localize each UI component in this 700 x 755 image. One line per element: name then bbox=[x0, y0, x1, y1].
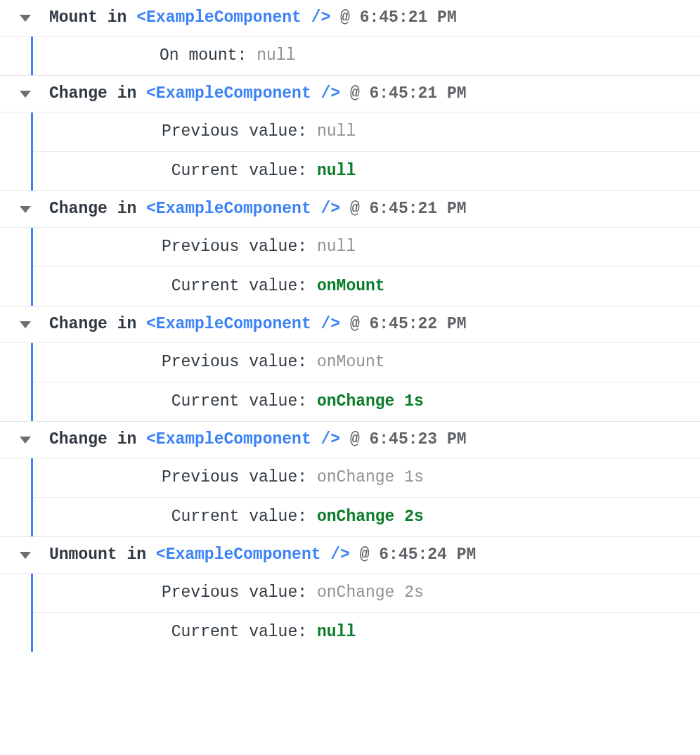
on-mount-label: On mount: bbox=[160, 46, 247, 65]
current-value: onChange 2s bbox=[307, 509, 424, 525]
log-group: Mount in <ExampleComponent /> @ 6:45:21 … bbox=[0, 0, 700, 75]
caret-down-icon bbox=[20, 206, 31, 213]
log-timestamp: @ 6:45:23 PM bbox=[340, 432, 466, 448]
previous-value-label: Previous value: bbox=[33, 124, 307, 140]
previous-value: onMount bbox=[307, 354, 385, 370]
log-event-label: Unmount bbox=[49, 547, 117, 563]
current-value-label: Current value: bbox=[33, 163, 307, 179]
log-event-label: Change bbox=[49, 86, 108, 102]
log-group: Change in <ExampleComponent /> @ 6:45:22… bbox=[0, 306, 700, 421]
console-log-list: Mount in <ExampleComponent /> @ 6:45:21 … bbox=[0, 0, 700, 652]
current-value-row: Current value:onMount bbox=[33, 267, 700, 306]
log-group-header[interactable]: Change in <ExampleComponent /> @ 6:45:23… bbox=[0, 422, 700, 458]
previous-value: onChange 1s bbox=[307, 470, 424, 486]
previous-value-row: Previous value:null bbox=[33, 228, 700, 267]
log-timestamp: @ 6:45:22 PM bbox=[340, 316, 466, 333]
log-group-body: Previous value:onMountCurrent value:onCh… bbox=[31, 343, 700, 421]
log-in-label: in bbox=[108, 201, 146, 217]
log-group-body: Previous value:nullCurrent value:onMount bbox=[31, 228, 700, 306]
log-timestamp: @ 6:45:24 PM bbox=[350, 547, 476, 563]
current-value-label: Current value: bbox=[33, 624, 307, 640]
log-component-name: <ExampleComponent /> bbox=[146, 201, 340, 217]
log-group-header[interactable]: Mount in <ExampleComponent /> @ 6:45:21 … bbox=[0, 0, 700, 37]
log-group: Change in <ExampleComponent /> @ 6:45:23… bbox=[0, 421, 700, 536]
log-group-header[interactable]: Change in <ExampleComponent /> @ 6:45:21… bbox=[0, 191, 700, 228]
current-value-row: Current value:onChange 1s bbox=[33, 382, 700, 421]
previous-value-row: Previous value:onMount bbox=[33, 343, 700, 382]
caret-down-icon bbox=[20, 552, 31, 559]
caret-down-icon bbox=[20, 91, 31, 98]
caret-down-icon bbox=[20, 321, 31, 328]
log-component-name: <ExampleComponent /> bbox=[146, 86, 340, 102]
previous-value-row: Previous value:onChange 2s bbox=[33, 574, 700, 613]
log-group-header[interactable]: Change in <ExampleComponent /> @ 6:45:21… bbox=[0, 76, 700, 112]
current-value: onMount bbox=[307, 278, 385, 295]
on-mount-value: null bbox=[247, 46, 295, 65]
previous-value-row: Previous value:null bbox=[33, 112, 700, 152]
current-value-row: Current value:null bbox=[33, 613, 700, 652]
current-value-label: Current value: bbox=[33, 278, 307, 295]
current-value-row: Current value:onChange 2s bbox=[33, 498, 700, 536]
previous-value-label: Previous value: bbox=[33, 239, 307, 255]
current-value: null bbox=[307, 163, 356, 179]
log-component-name: <ExampleComponent /> bbox=[146, 316, 340, 333]
log-group-body: On mount:null bbox=[31, 37, 700, 75]
log-timestamp: @ 6:45:21 PM bbox=[340, 86, 466, 102]
current-value: onChange 1s bbox=[307, 394, 424, 410]
log-group: Change in <ExampleComponent /> @ 6:45:21… bbox=[0, 75, 700, 191]
current-value-label: Current value: bbox=[33, 509, 307, 525]
log-mount-line: On mount:null bbox=[33, 37, 700, 75]
current-value: null bbox=[307, 624, 356, 640]
log-event-label: Mount bbox=[49, 10, 98, 26]
previous-value: onChange 2s bbox=[307, 585, 424, 601]
log-group-body: Previous value:nullCurrent value:null bbox=[31, 112, 700, 191]
current-value-label: Current value: bbox=[33, 394, 307, 410]
log-in-label: in bbox=[108, 432, 146, 448]
previous-value-label: Previous value: bbox=[33, 470, 307, 486]
log-group-header[interactable]: Unmount in <ExampleComponent /> @ 6:45:2… bbox=[0, 537, 700, 574]
caret-down-icon bbox=[20, 15, 31, 22]
current-value-row: Current value:null bbox=[33, 152, 700, 191]
previous-value-row: Previous value:onChange 1s bbox=[33, 458, 700, 498]
log-component-name: <ExampleComponent /> bbox=[156, 547, 350, 563]
log-in-label: in bbox=[108, 86, 146, 102]
log-in-label: in bbox=[98, 10, 136, 26]
log-component-name: <ExampleComponent /> bbox=[146, 432, 340, 448]
log-in-label: in bbox=[117, 547, 156, 563]
log-in-label: in bbox=[108, 316, 146, 333]
log-group: Change in <ExampleComponent /> @ 6:45:21… bbox=[0, 191, 700, 306]
previous-value: null bbox=[307, 124, 356, 140]
log-group-body: Previous value:onChange 2sCurrent value:… bbox=[31, 574, 700, 652]
caret-down-icon bbox=[20, 437, 31, 444]
previous-value-label: Previous value: bbox=[33, 354, 307, 370]
log-event-label: Change bbox=[49, 432, 108, 448]
log-group-header[interactable]: Change in <ExampleComponent /> @ 6:45:22… bbox=[0, 306, 700, 343]
log-timestamp: @ 6:45:21 PM bbox=[330, 10, 456, 26]
log-timestamp: @ 6:45:21 PM bbox=[340, 201, 466, 217]
log-group-body: Previous value:onChange 1sCurrent value:… bbox=[31, 458, 700, 536]
previous-value: null bbox=[307, 239, 356, 255]
log-group: Unmount in <ExampleComponent /> @ 6:45:2… bbox=[0, 536, 700, 652]
log-event-label: Change bbox=[49, 201, 108, 217]
log-event-label: Change bbox=[49, 316, 108, 333]
log-component-name: <ExampleComponent /> bbox=[136, 10, 330, 26]
previous-value-label: Previous value: bbox=[33, 585, 307, 601]
